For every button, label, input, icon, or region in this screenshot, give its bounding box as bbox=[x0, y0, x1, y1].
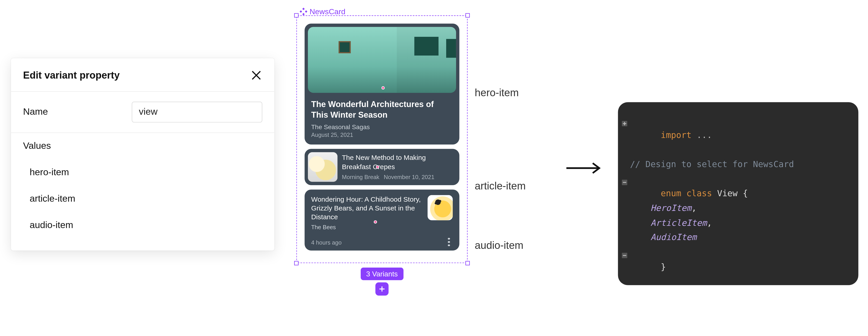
gutter-minus-icon[interactable] bbox=[622, 175, 627, 180]
anchor-dot-icon bbox=[381, 86, 385, 90]
enum-heroitem: HeroItem bbox=[651, 203, 691, 213]
selection-handle-tr[interactable] bbox=[465, 13, 470, 18]
code-line-articleitem: ArticleItem, bbox=[622, 216, 854, 230]
panel-header: Edit variant property bbox=[11, 58, 275, 92]
kw-import: import bbox=[661, 130, 691, 140]
article-meta: Morning Break November 10, 2021 bbox=[342, 173, 456, 180]
arrow-icon bbox=[565, 162, 603, 174]
name-input[interactable] bbox=[132, 102, 262, 122]
values-label: Values bbox=[23, 141, 262, 152]
component-frame[interactable]: The Wonderful Architectures of This Wint… bbox=[297, 16, 468, 263]
variant-label-audio: audio-item bbox=[475, 240, 524, 252]
hero-subtitle: The Seasonal Sagas bbox=[311, 123, 453, 130]
variant-label-hero: hero-item bbox=[475, 87, 519, 99]
selection-handle-bl[interactable] bbox=[294, 261, 299, 265]
hero-text: The Wonderful Architectures of This Wint… bbox=[305, 96, 459, 144]
value-item-article[interactable]: article-item bbox=[23, 186, 262, 212]
svg-rect-9 bbox=[623, 182, 626, 183]
stage: Edit variant property Name Values hero-i… bbox=[0, 0, 867, 336]
gutter-plus-icon[interactable] bbox=[622, 116, 627, 122]
panel-title: Edit variant property bbox=[23, 69, 120, 81]
audio-time: 4 hours ago bbox=[311, 239, 342, 245]
code-line-heroitem: HeroItem, bbox=[622, 201, 854, 216]
svg-rect-11 bbox=[623, 255, 626, 256]
code-line-comment: // Design to select for NewsCard bbox=[622, 157, 854, 172]
newscard-hero-item[interactable]: The Wonderful Architectures of This Wint… bbox=[305, 24, 459, 144]
value-item-audio[interactable]: audio-item bbox=[23, 212, 262, 239]
code-line-brace-close: } bbox=[622, 245, 854, 274]
article-date: November 10, 2021 bbox=[384, 173, 434, 180]
value-item-hero[interactable]: hero-item bbox=[23, 160, 262, 186]
code-line-audioitem: AudioItem bbox=[622, 230, 854, 245]
audio-thumb bbox=[428, 195, 453, 220]
close-icon[interactable] bbox=[250, 69, 262, 82]
component-name: NewsCard bbox=[309, 7, 345, 16]
brace-open: { bbox=[738, 189, 748, 198]
type-view: View bbox=[717, 189, 738, 198]
values-section: Values hero-item article-item audio-item bbox=[11, 133, 275, 251]
comment-text: // Design to select for NewsCard bbox=[630, 159, 794, 169]
newscard-audio-item[interactable]: Wondering Hour: A Childhood Story, Grizz… bbox=[305, 189, 459, 250]
svg-rect-7 bbox=[623, 123, 626, 124]
selection-handle-tl[interactable] bbox=[294, 13, 299, 18]
code-line-import: import ... bbox=[622, 113, 854, 142]
edit-variant-panel: Edit variant property Name Values hero-i… bbox=[11, 58, 275, 251]
name-label: Name bbox=[23, 107, 121, 118]
add-variant-button[interactable] bbox=[375, 282, 389, 296]
article-body: The New Method to Making Breakfast Crepe… bbox=[342, 153, 456, 180]
import-dots: ... bbox=[691, 130, 712, 140]
hero-date: August 25, 2021 bbox=[311, 131, 453, 138]
gutter-end-icon[interactable] bbox=[622, 248, 627, 254]
component-label[interactable]: NewsCard bbox=[300, 7, 345, 16]
name-row: Name bbox=[11, 92, 275, 133]
component-icon bbox=[300, 8, 307, 16]
variant-label-article: article-item bbox=[475, 180, 526, 192]
audio-source: The Bees bbox=[311, 224, 422, 230]
brace-close: } bbox=[661, 262, 666, 272]
article-title: The New Method to Making Breakfast Crepe… bbox=[342, 153, 456, 171]
code-line-enum: enum class View { bbox=[622, 172, 854, 201]
hero-title: The Wonderful Architectures of This Wint… bbox=[311, 100, 453, 120]
enum-audioitem: AudioItem bbox=[651, 232, 696, 243]
kw-class: class bbox=[686, 189, 712, 198]
article-source: Morning Break bbox=[342, 173, 379, 180]
selection-handle-br[interactable] bbox=[465, 261, 470, 265]
kebab-menu-icon[interactable] bbox=[445, 238, 453, 246]
hero-image bbox=[308, 27, 456, 93]
enum-articleitem: ArticleItem bbox=[651, 218, 707, 228]
article-thumb bbox=[308, 152, 337, 181]
kw-enum: enum bbox=[661, 189, 681, 198]
code-line-blank bbox=[622, 142, 854, 157]
newscard-article-item[interactable]: The New Method to Making Breakfast Crepe… bbox=[305, 148, 459, 185]
component-frame-wrap: NewsCard The Wonderful Architectures of … bbox=[297, 16, 468, 263]
code-block: import ... // Design to select for NewsC… bbox=[618, 102, 859, 285]
audio-title: Wondering Hour: A Childhood Story, Grizz… bbox=[311, 195, 422, 222]
variants-badge[interactable]: 3 Variants bbox=[361, 268, 403, 280]
